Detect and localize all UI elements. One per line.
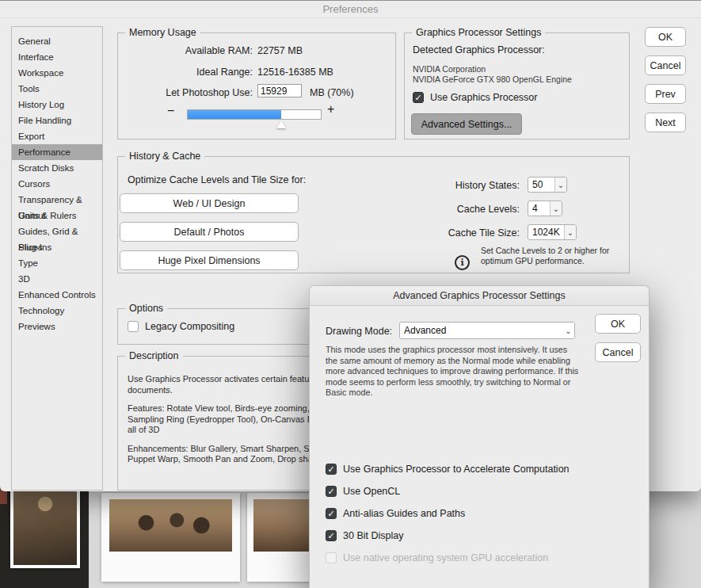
detected-gpu-label: Detected Graphics Processor:: [413, 44, 545, 55]
preset-huge-pixel-dimensions-button[interactable]: Huge Pixel Dimensions: [120, 250, 299, 270]
cache-levels-select[interactable]: 4 ⌄: [528, 200, 562, 216]
30-bit-display-label: 30 Bit Display: [343, 530, 403, 541]
accelerate-computation-row: Use Graphics Processor to Accelerate Com…: [326, 464, 570, 475]
ok-button[interactable]: OK: [645, 27, 686, 47]
history-cache-group-title: History & Cache: [125, 151, 204, 162]
sidebar-item-performance[interactable]: Performance: [12, 144, 102, 160]
sidebar-item-units-rulers[interactable]: Units & Rulers: [12, 208, 102, 223]
advanced-settings-button[interactable]: Advanced Settings...: [411, 113, 522, 135]
screen: Preferences General Interface Workspace …: [0, 0, 701, 588]
slider-thumb[interactable]: [276, 120, 286, 128]
sidebar-item-history-log[interactable]: History Log: [12, 97, 102, 113]
history-cache-group: History & Cache Optimize Cache Levels an…: [117, 156, 630, 273]
legacy-compositing-row: Legacy Compositing: [128, 321, 234, 332]
sidebar-item-3d[interactable]: 3D: [12, 271, 102, 287]
30-bit-display-checkbox[interactable]: [326, 530, 337, 541]
available-ram-label: Available RAM:: [118, 45, 253, 56]
sidebar-item-workspace[interactable]: Workspace: [12, 65, 102, 81]
memory-usage-group: Memory Usage Available RAM: 22757 MB Ide…: [117, 32, 396, 139]
use-opencl-row: Use OpenCL: [326, 486, 400, 497]
gpu-device: NVIDIA GeForce GTX 980 OpenGL Engine: [413, 74, 572, 84]
advanced-gpu-dialog: Advanced Graphics Processor Settings Dra…: [309, 285, 650, 588]
memory-slider-fill: [188, 110, 281, 119]
cache-levels-label: Cache Levels:: [379, 204, 520, 215]
memory-slider[interactable]: [187, 109, 322, 120]
advanced-cancel-button[interactable]: Cancel: [595, 342, 641, 362]
sidebar-item-tools[interactable]: Tools: [12, 81, 102, 97]
memory-usage-group-title: Memory Usage: [125, 27, 200, 38]
accelerate-computation-checkbox[interactable]: [326, 464, 337, 475]
sidebar-item-general[interactable]: General: [12, 33, 102, 49]
use-opencl-label: Use OpenCL: [343, 486, 400, 497]
use-graphics-processor-label: Use Graphics Processor: [430, 92, 537, 103]
ideal-range-value: 12516-16385 MB: [257, 67, 333, 78]
sidebar-item-cursors[interactable]: Cursors: [12, 176, 102, 192]
accelerate-computation-label: Use Graphics Processor to Accelerate Com…: [343, 464, 570, 475]
gpu-vendor: NVIDIA Corporation: [413, 64, 486, 74]
advanced-dialog-title: Advanced Graphics Processor Settings: [310, 286, 649, 306]
sidebar-item-export[interactable]: Export: [12, 128, 102, 144]
next-button[interactable]: Next: [645, 113, 686, 132]
photo-card-car: [101, 493, 240, 582]
preset-web-ui-design-button[interactable]: Web / UI Design: [120, 193, 299, 213]
drawing-mode-value: Advanced: [400, 323, 562, 338]
cache-levels-value: 4: [528, 201, 550, 216]
memory-suffix: MB (70%): [310, 87, 354, 98]
preset-default-photos-button[interactable]: Default / Photos: [120, 222, 299, 242]
native-gpu-acceleration-row: Use native operating system GPU accelera…: [326, 552, 548, 563]
options-group-title: Options: [125, 303, 167, 314]
30-bit-display-row: 30 Bit Display: [326, 530, 403, 541]
sidebar-item-file-handling[interactable]: File Handling: [12, 113, 102, 128]
gpu-settings-group: Graphics Processor Settings Detected Gra…: [404, 32, 630, 139]
available-ram-value: 22757 MB: [257, 45, 303, 56]
legacy-compositing-label: Legacy Compositing: [145, 321, 234, 332]
info-icon: i: [455, 255, 470, 270]
native-gpu-acceleration-label: Use native operating system GPU accelera…: [343, 552, 548, 563]
gpu-settings-group-title: Graphics Processor Settings: [412, 27, 545, 38]
anti-alias-guides-row: Anti-alias Guides and Paths: [326, 508, 465, 519]
description-group-title: Description: [125, 350, 183, 361]
chevron-down-icon: ⌄: [564, 225, 576, 239]
anti-alias-guides-checkbox[interactable]: [326, 508, 337, 519]
history-states-label: History States:: [379, 180, 520, 191]
preferences-sidebar: General Interface Workspace Tools Histor…: [11, 26, 103, 491]
cache-tile-size-value: 1024K: [528, 225, 564, 239]
ideal-range-label: Ideal Range:: [118, 67, 253, 78]
sidebar-item-guides-grid-slices[interactable]: Guides, Grid & Slices: [12, 223, 102, 239]
chevron-down-icon: ⌄: [562, 323, 574, 338]
sidebar-item-transparency-gamut[interactable]: Transparency & Gamut: [12, 192, 102, 208]
use-gpu-row: Use Graphics Processor: [413, 92, 537, 103]
drawing-mode-label: Drawing Mode:: [326, 326, 392, 337]
chevron-down-icon: ⌄: [550, 201, 562, 216]
anti-alias-guides-label: Anti-alias Guides and Paths: [343, 508, 465, 519]
let-photoshop-use-label: Let Photoshop Use:: [118, 87, 253, 98]
chevron-down-icon: ⌄: [554, 178, 566, 192]
photo-card-right: [247, 493, 315, 582]
memory-amount-input[interactable]: [257, 84, 302, 97]
cache-tile-size-label: Cache Tile Size:: [379, 227, 520, 239]
gpu-cache-note: Set Cache Levels to 2 or higher for opti…: [481, 246, 631, 266]
sidebar-item-technology-previews[interactable]: Technology Previews: [12, 303, 102, 319]
drawing-mode-description: This mode uses the graphics processor mo…: [326, 345, 581, 399]
sidebar-item-interface[interactable]: Interface: [12, 49, 102, 65]
use-graphics-processor-checkbox[interactable]: [413, 92, 424, 103]
native-gpu-acceleration-checkbox: [326, 552, 337, 563]
cache-tile-size-select[interactable]: 1024K ⌄: [528, 224, 577, 240]
history-states-value: 50: [528, 178, 554, 192]
drawing-mode-select[interactable]: Advanced ⌄: [399, 322, 575, 339]
window-title: Preferences: [0, 1, 701, 18]
plus-icon[interactable]: +: [327, 102, 334, 116]
optimize-cache-label: Optimize Cache Levels and Tile Size for:: [128, 174, 306, 185]
legacy-compositing-checkbox[interactable]: [128, 321, 139, 332]
cancel-button[interactable]: Cancel: [645, 55, 686, 75]
minus-icon[interactable]: −: [167, 104, 174, 118]
sidebar-item-type[interactable]: Type: [12, 255, 102, 271]
prev-button[interactable]: Prev: [645, 84, 686, 104]
use-opencl-checkbox[interactable]: [326, 486, 337, 497]
sidebar-item-plug-ins[interactable]: Plug-Ins: [12, 239, 102, 255]
history-states-select[interactable]: 50 ⌄: [528, 177, 567, 193]
advanced-ok-button[interactable]: OK: [595, 314, 641, 334]
sidebar-item-enhanced-controls[interactable]: Enhanced Controls: [12, 287, 102, 303]
sidebar-item-scratch-disks[interactable]: Scratch Disks: [12, 160, 102, 176]
